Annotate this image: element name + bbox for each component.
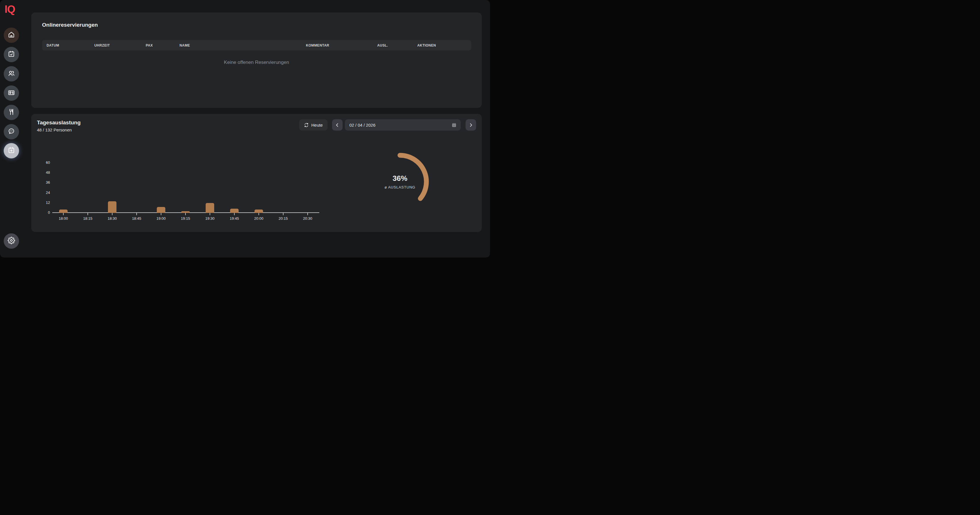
app-logo: IQ bbox=[5, 3, 15, 15]
sidebar-item-messages[interactable] bbox=[4, 124, 19, 139]
y-axis-tick-label: 12 bbox=[34, 200, 50, 205]
calendar-icon[interactable] bbox=[451, 122, 457, 128]
y-axis-tick-label: 60 bbox=[34, 161, 50, 165]
column-header-datum: DATUM bbox=[46, 43, 94, 48]
column-header-kommentar: KOMMENTAR bbox=[306, 43, 377, 48]
x-axis-tick-label: 20:15 bbox=[274, 216, 292, 221]
x-axis-tick-label: 18:30 bbox=[103, 216, 121, 221]
x-axis-tick-label: 18:00 bbox=[54, 216, 72, 221]
bar-18:00 bbox=[59, 210, 68, 213]
x-axis-tick bbox=[63, 213, 64, 215]
online-reservations-card: Onlinereservierungen DATUMUHRZEITPAXNAME… bbox=[31, 13, 482, 108]
sidebar-item-home[interactable] bbox=[4, 27, 19, 43]
daily-occupancy-card: Tagesauslastung 48 / 132 Personen Heute … bbox=[31, 114, 482, 232]
x-axis-tick bbox=[185, 213, 186, 215]
x-axis-tick-label: 19:30 bbox=[201, 216, 219, 221]
reservations-card-title: Onlinereservierungen bbox=[42, 22, 98, 28]
x-axis-tick bbox=[258, 213, 259, 215]
bar-19:00 bbox=[157, 207, 165, 213]
x-axis-tick-label: 19:00 bbox=[152, 216, 170, 221]
y-axis-tick-label: 36 bbox=[34, 180, 50, 185]
today-button-label: Heute bbox=[311, 122, 323, 127]
column-header-pax: PAX bbox=[146, 43, 180, 48]
y-axis-tick-label: 24 bbox=[34, 191, 50, 195]
sidebar-item-restaurant[interactable] bbox=[4, 105, 19, 120]
reservations-table-header: DATUMUHRZEITPAXNAMEKOMMENTARAUSL.AKTIONE… bbox=[42, 40, 471, 51]
calendar-check-icon bbox=[8, 50, 15, 59]
x-axis-tick bbox=[283, 213, 283, 215]
cutlery-icon bbox=[8, 108, 15, 117]
x-axis-tick-label: 18:45 bbox=[127, 216, 146, 221]
x-axis-tick-label: 18:15 bbox=[79, 216, 97, 221]
home-icon bbox=[8, 31, 15, 40]
gear-icon bbox=[8, 237, 15, 245]
x-axis-tick bbox=[307, 213, 308, 215]
next-day-button[interactable] bbox=[466, 119, 476, 130]
x-axis-tick-label: 20:30 bbox=[299, 216, 317, 221]
bar-18:30 bbox=[108, 201, 116, 213]
date-value: 02 / 04 / 2026 bbox=[349, 122, 375, 127]
bar-20:00 bbox=[255, 210, 263, 213]
refresh-icon bbox=[304, 122, 309, 127]
empty-state-message: Keine offenen Reservierungen bbox=[31, 60, 482, 65]
bar-19:30 bbox=[206, 203, 214, 213]
chevron-right-icon bbox=[468, 122, 474, 128]
x-axis-tick bbox=[234, 213, 235, 215]
app-window: IQ bbox=[0, 0, 490, 258]
sidebar-item-billing[interactable] bbox=[4, 86, 19, 101]
sidebar-item-settings[interactable] bbox=[4, 234, 19, 249]
x-axis-tick-label: 19:15 bbox=[177, 216, 194, 221]
x-axis-tick-label: 19:45 bbox=[225, 216, 243, 221]
x-axis-tick-label: 20:00 bbox=[250, 216, 268, 221]
sidebar-item-guests[interactable] bbox=[4, 66, 19, 81]
calendar-plus-icon bbox=[8, 146, 15, 155]
y-axis-tick-label: 0 bbox=[34, 210, 50, 215]
x-axis-tick bbox=[210, 213, 210, 215]
chat-dots-icon bbox=[8, 127, 15, 136]
occupancy-card-title: Tagesauslastung bbox=[37, 119, 81, 126]
column-header-aktionen: AKTIONEN bbox=[417, 43, 457, 48]
today-button[interactable]: Heute bbox=[299, 119, 328, 130]
sidebar: IQ bbox=[0, 0, 23, 258]
previous-day-button[interactable] bbox=[332, 119, 342, 130]
x-axis-tick bbox=[136, 213, 137, 215]
bar-19:15 bbox=[181, 211, 190, 213]
sidebar-item-reservations[interactable] bbox=[4, 47, 19, 62]
date-input[interactable]: 02 / 04 / 2026 bbox=[345, 119, 461, 130]
column-header-name: NAME bbox=[180, 43, 306, 48]
y-axis-tick-label: 48 bbox=[34, 170, 50, 175]
gauge-value: 36% bbox=[393, 174, 407, 183]
bar-19:45 bbox=[230, 209, 239, 213]
x-axis-tick bbox=[161, 213, 161, 215]
users-icon bbox=[8, 70, 15, 78]
x-axis-tick bbox=[112, 213, 113, 215]
column-header-uhrzeit: UHRZEIT bbox=[94, 43, 146, 48]
occupancy-subtitle: 48 / 132 Personen bbox=[37, 127, 72, 132]
sidebar-item-add-reservation[interactable] bbox=[4, 143, 19, 159]
money-check-icon bbox=[8, 89, 15, 97]
chevron-left-icon bbox=[335, 122, 340, 128]
gauge-label: ø AUSLASTUNG bbox=[385, 185, 415, 189]
column-header-ausl: AUSL. bbox=[377, 43, 417, 48]
x-axis-tick bbox=[88, 213, 88, 215]
gauge-text: 36% ø AUSLASTUNG bbox=[369, 151, 431, 213]
